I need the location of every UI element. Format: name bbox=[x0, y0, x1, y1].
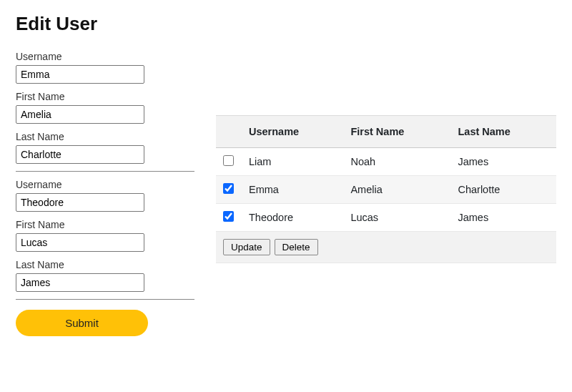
username-label: Username bbox=[16, 51, 194, 62]
cell-firstname: Noah bbox=[343, 148, 450, 176]
header-checkbox-col bbox=[216, 116, 242, 148]
username-input[interactable] bbox=[16, 193, 144, 212]
edit-user-form: Username First Name Last Name Username F… bbox=[16, 51, 194, 336]
firstname-input[interactable] bbox=[16, 105, 144, 124]
table-row: Theodore Lucas James bbox=[216, 204, 556, 232]
lastname-label: Last Name bbox=[16, 259, 194, 270]
firstname-label: First Name bbox=[16, 91, 194, 102]
lastname-input[interactable] bbox=[16, 145, 144, 164]
row-checkbox[interactable] bbox=[223, 211, 234, 222]
username-label: Username bbox=[16, 179, 194, 190]
header-firstname: First Name bbox=[343, 116, 450, 148]
form-divider bbox=[16, 299, 194, 300]
cell-username: Theodore bbox=[242, 204, 343, 232]
delete-button[interactable]: Delete bbox=[275, 239, 318, 255]
cell-lastname: Charlotte bbox=[450, 176, 556, 204]
firstname-input[interactable] bbox=[16, 233, 144, 252]
table-row: Liam Noah James bbox=[216, 148, 556, 176]
cell-lastname: James bbox=[450, 148, 556, 176]
cell-firstname: Amelia bbox=[343, 176, 450, 204]
header-lastname: Last Name bbox=[450, 116, 556, 148]
firstname-label: First Name bbox=[16, 219, 194, 230]
form-divider bbox=[16, 171, 194, 172]
cell-username: Liam bbox=[242, 148, 343, 176]
header-username: Username bbox=[242, 116, 343, 148]
user-table-container: Username First Name Last Name Liam Noah … bbox=[216, 115, 556, 263]
lastname-input[interactable] bbox=[16, 273, 144, 292]
submit-button[interactable]: Submit bbox=[16, 310, 148, 336]
update-button[interactable]: Update bbox=[223, 239, 270, 255]
row-checkbox[interactable] bbox=[223, 155, 234, 166]
table-row: Emma Amelia Charlotte bbox=[216, 176, 556, 204]
username-input[interactable] bbox=[16, 65, 144, 84]
page-title: Edit User bbox=[16, 13, 556, 35]
cell-firstname: Lucas bbox=[343, 204, 450, 232]
lastname-label: Last Name bbox=[16, 131, 194, 142]
table-actions-row: Update Delete bbox=[216, 232, 556, 263]
cell-lastname: James bbox=[450, 204, 556, 232]
row-checkbox[interactable] bbox=[223, 183, 234, 194]
user-table: Username First Name Last Name Liam Noah … bbox=[216, 115, 556, 263]
cell-username: Emma bbox=[242, 176, 343, 204]
